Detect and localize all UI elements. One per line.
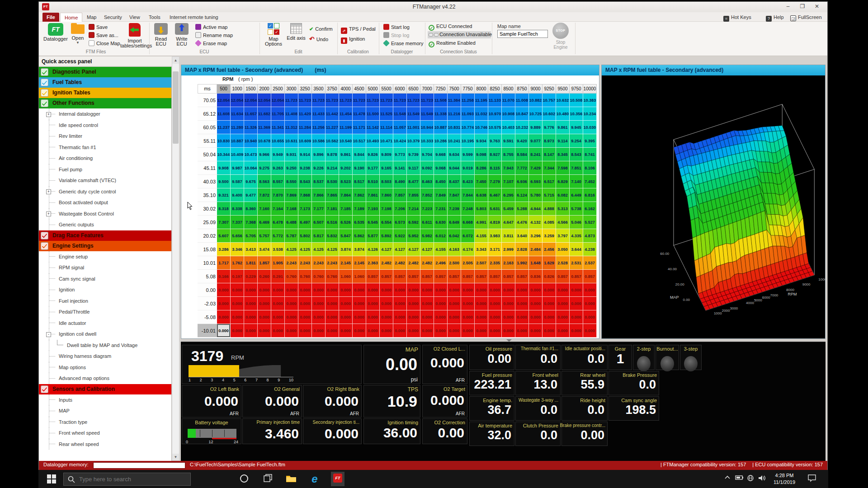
map-row-label[interactable]: 55.11: [198, 134, 217, 148]
fuel-cell[interactable]: 0.000: [448, 297, 461, 310]
fuel-cell[interactable]: 10.847: [515, 107, 529, 121]
fuel-cell[interactable]: 0.000: [298, 297, 312, 310]
fuel-cell[interactable]: 2.528: [556, 256, 570, 270]
tray-chevron-icon[interactable]: [724, 474, 731, 483]
fuel-cell[interactable]: 6.573: [393, 216, 407, 229]
fuel-cell[interactable]: 0.000: [529, 297, 542, 310]
fuel-cell[interactable]: 9.987: [231, 161, 244, 175]
fuel-cell[interactable]: 0.000: [461, 297, 475, 310]
fuel-cell[interactable]: 0.000: [515, 310, 529, 324]
fuel-cell[interactable]: 0.000: [488, 283, 502, 297]
fuel-cell[interactable]: 7.870: [271, 188, 285, 202]
fuel-cell[interactable]: 0.000: [312, 297, 326, 310]
fuel-cell[interactable]: 0.000: [420, 297, 434, 310]
fuel-cell[interactable]: 0.000: [407, 297, 420, 310]
fuel-cell[interactable]: 8.437: [448, 175, 461, 188]
fuel-cell[interactable]: 3.343: [475, 243, 488, 256]
fuel-cell[interactable]: 10.882: [529, 94, 542, 107]
fuel-cell[interactable]: 0.000: [529, 324, 542, 338]
fuel-cell[interactable]: 11.454: [339, 107, 353, 121]
fuel-cell[interactable]: 9.226: [312, 161, 326, 175]
fuel-cell[interactable]: 0.000: [271, 297, 285, 310]
fuel-cell[interactable]: 10.540: [339, 134, 353, 148]
fuel-cell[interactable]: 10.424: [393, 134, 407, 148]
fuel-cell[interactable]: 9.400: [231, 188, 244, 202]
fuel-cell[interactable]: 0.000: [326, 283, 339, 297]
task-view-icon[interactable]: [262, 474, 273, 484]
fuel-cell[interactable]: 0.000: [488, 324, 502, 338]
fuel-cell[interactable]: 9.591: [502, 134, 515, 148]
fuel-cell[interactable]: 0.000: [353, 324, 366, 338]
sidebar-item-wastegate-boost-control[interactable]: +Wastegate Boost Control: [39, 208, 171, 220]
rpm-header-cell[interactable]: 8500: [502, 84, 515, 94]
sidebar-category-fuel-tables[interactable]: Fuel Tables: [39, 77, 171, 88]
fuel-cell[interactable]: 7.177: [312, 202, 326, 216]
fuel-cell[interactable]: 9.254: [570, 134, 583, 148]
fuel-cell[interactable]: 9.763: [488, 134, 502, 148]
fuel-cell[interactable]: 8.543: [298, 175, 312, 188]
fuel-cell[interactable]: 0.229: [244, 270, 258, 283]
fuel-cell[interactable]: 10.508: [570, 94, 583, 107]
fuel-cell[interactable]: 4.127: [393, 243, 407, 256]
fuel-cell[interactable]: 0.000: [420, 283, 434, 297]
fuel-cell[interactable]: 7.160: [258, 202, 271, 216]
fuel-cell[interactable]: 11.433: [312, 107, 326, 121]
fuel-cell[interactable]: 11.723: [312, 94, 326, 107]
fuel-cell[interactable]: 10.678: [258, 134, 271, 148]
fuel-cell[interactable]: 8.557: [271, 175, 285, 188]
fuel-cell[interactable]: 0.000: [339, 324, 353, 338]
rename-map-button[interactable]: Rename map: [195, 32, 233, 39]
fuel-cell[interactable]: 4.132: [529, 216, 542, 229]
sidebar-category-engine-settings[interactable]: Engine Settings: [39, 241, 171, 251]
fuel-cell[interactable]: 0.000: [231, 297, 244, 310]
fuel-cell[interactable]: 6.012: [434, 229, 448, 243]
fuel-cell[interactable]: 11.420: [298, 107, 312, 121]
fuel-cell[interactable]: 11.216: [448, 107, 461, 121]
rpm-header-cell[interactable]: 6500: [407, 84, 420, 94]
rpm-header-cell[interactable]: 4000: [339, 84, 353, 94]
fuel-cell[interactable]: 3.171: [488, 243, 502, 256]
fuel-cell[interactable]: 0.000: [353, 283, 366, 297]
fuel-cell[interactable]: 0.000: [366, 283, 380, 297]
fuel-cell[interactable]: 11.723: [393, 94, 407, 107]
fuel-cell[interactable]: 5.656: [231, 229, 244, 243]
fuel-cell[interactable]: 0.000: [380, 324, 393, 338]
fuel-cell[interactable]: 0.826: [542, 270, 556, 283]
fuel-cell[interactable]: 7.231: [434, 202, 448, 216]
fuel-cell[interactable]: 10.064: [244, 161, 258, 175]
fuel-cell[interactable]: 2.145: [339, 256, 353, 270]
fuel-cell[interactable]: 4.155: [434, 243, 448, 256]
fuel-cell[interactable]: 9.420: [515, 134, 529, 148]
fuel-cell[interactable]: 10.944: [420, 121, 434, 134]
fuel-cell[interactable]: 4.819: [488, 216, 502, 229]
fuel-cell[interactable]: 6.517: [542, 175, 556, 188]
fuel-cell[interactable]: 0.000: [542, 297, 556, 310]
fuel-cell[interactable]: 10.609: [298, 134, 312, 148]
fuel-cell[interactable]: 0.000: [285, 324, 298, 338]
fuel-cell[interactable]: 5.459: [502, 202, 515, 216]
rpm-header-cell[interactable]: 10000: [583, 84, 597, 94]
rpm-header-cell[interactable]: 1500: [244, 84, 258, 94]
fuel-cell[interactable]: 11.284: [298, 121, 312, 134]
fuel-cell[interactable]: 6.816: [583, 188, 597, 202]
fuel-cell[interactable]: 11.256: [312, 121, 326, 134]
fuel-cell[interactable]: 9.044: [448, 161, 461, 175]
fuel-cell[interactable]: 0.291: [271, 270, 285, 283]
rpm-header-cell[interactable]: 3500: [312, 84, 326, 94]
fuel-cell[interactable]: 12.054: [258, 94, 271, 107]
fuel-cell[interactable]: 10.586: [312, 134, 326, 148]
fuel-cell[interactable]: 0.000: [420, 310, 434, 324]
fuel-cell[interactable]: 8.584: [515, 148, 529, 161]
fuel-cell[interactable]: 0.000: [312, 324, 326, 338]
fuel-cell[interactable]: 11.227: [326, 121, 339, 134]
fuel-cell[interactable]: 11.093: [461, 107, 475, 121]
fuel-cell[interactable]: 11.500: [366, 107, 380, 121]
fuel-cell[interactable]: 7.869: [285, 188, 298, 202]
fuel-cell[interactable]: 9.861: [556, 121, 570, 134]
fuel-cell[interactable]: 7.450: [475, 175, 488, 188]
fuel-cell[interactable]: 0.000: [244, 297, 258, 310]
fuel-cell[interactable]: 0.000: [393, 324, 407, 338]
fuel-cell[interactable]: 0.000: [244, 283, 258, 297]
fuel-cell[interactable]: 11.549: [407, 107, 420, 121]
write-ecu-button[interactable]: Write ECU: [172, 23, 192, 47]
